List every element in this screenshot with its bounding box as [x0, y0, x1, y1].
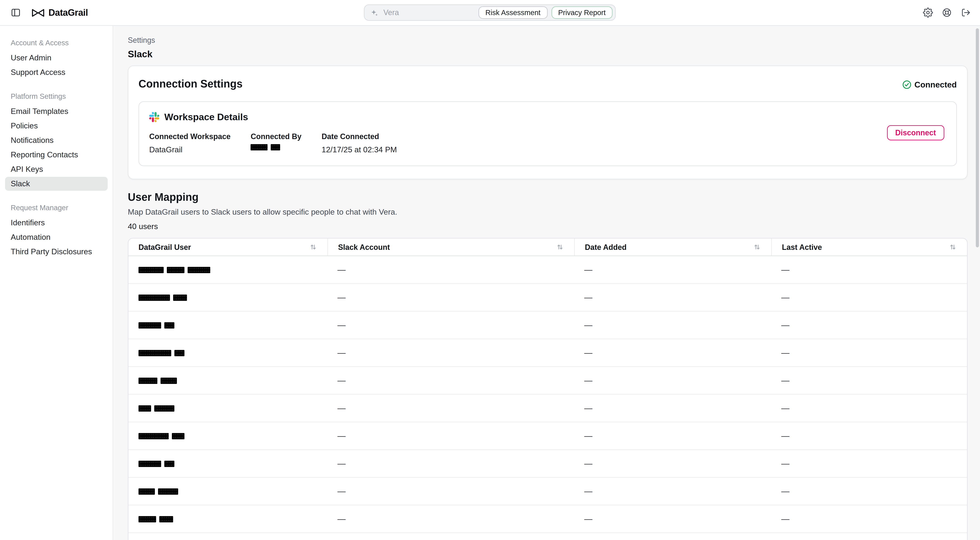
sidebar-item-policies[interactable]: Policies	[5, 119, 108, 133]
slack-logo-icon	[149, 112, 159, 122]
redacted-text	[138, 322, 174, 328]
sidebar-item-identifiers[interactable]: Identifiers	[5, 216, 108, 230]
sort-icon	[949, 243, 956, 251]
sidebar-item-automation[interactable]: Automation	[5, 230, 108, 244]
redacted-text	[251, 144, 280, 151]
cell-last-active: —	[771, 422, 967, 449]
sidebar-item-reporting-contacts[interactable]: Reporting Contacts	[5, 148, 108, 162]
cell-last-active: —	[771, 395, 967, 422]
cell-slack-account: —	[328, 533, 574, 540]
sidebar-item-support-access[interactable]: Support Access	[5, 65, 108, 79]
column-header-label: Slack Account	[338, 243, 390, 251]
table-row[interactable]: ———	[129, 533, 967, 540]
cell-datagrail-user	[129, 339, 328, 366]
redacted-text	[138, 405, 174, 411]
table-row[interactable]: ———	[129, 339, 967, 367]
table-row[interactable]: ———	[129, 478, 967, 505]
connection-settings-title: Connection Settings	[138, 78, 243, 91]
brand-logo[interactable]: DataGrail	[32, 8, 88, 17]
cell-slack-account: —	[328, 256, 574, 283]
cell-slack-account: —	[328, 478, 574, 505]
top-bar: DataGrail Risk Assessment Privacy Report	[0, 0, 980, 26]
redacted-text	[138, 377, 177, 384]
settings-gear-icon[interactable]	[921, 6, 935, 19]
redacted-text	[138, 488, 178, 494]
workspace-fields: Connected WorkspaceDataGrailConnected By…	[149, 132, 946, 156]
logout-icon[interactable]	[959, 6, 972, 19]
sort-icon	[557, 243, 563, 251]
cell-slack-account: —	[328, 311, 574, 338]
privacy-report-button[interactable]: Privacy Report	[551, 6, 612, 19]
sidebar-toggle-button[interactable]	[9, 6, 23, 19]
connection-settings-header: Connection Settings Connected	[138, 78, 957, 91]
cell-last-active: —	[771, 478, 967, 505]
field-value: 12/17/25 at 02:34 PM	[322, 144, 397, 156]
workspace-field-connected-workspace: Connected WorkspaceDataGrail	[149, 132, 231, 156]
table-row[interactable]: ———	[129, 505, 967, 533]
field-value: DataGrail	[149, 144, 231, 156]
cell-date-added: —	[574, 533, 771, 540]
cell-date-added: —	[574, 395, 771, 422]
topbar-right	[921, 0, 972, 25]
cell-last-active: —	[771, 505, 967, 532]
table-body: ————————————————————————————————————	[129, 256, 967, 540]
column-header-label: DataGrail User	[138, 243, 191, 251]
vera-input[interactable]	[382, 8, 475, 17]
connection-status-badge: Connected	[902, 80, 957, 89]
cell-slack-account: —	[328, 284, 574, 311]
datagrail-logo-icon	[32, 8, 45, 17]
sidebar-item-api-keys[interactable]: API Keys	[5, 162, 108, 176]
sidebar: Account & AccessUser AdminSupport Access…	[0, 26, 113, 540]
cell-datagrail-user	[129, 533, 328, 540]
cell-datagrail-user	[129, 284, 328, 311]
cell-slack-account: —	[328, 367, 574, 394]
workspace-field-connected-by: Connected By	[251, 132, 301, 156]
cell-last-active: —	[771, 367, 967, 394]
field-label: Connected Workspace	[149, 132, 231, 141]
table-row[interactable]: ———	[129, 395, 967, 422]
column-header-label: Date Added	[585, 243, 627, 251]
sidebar-item-third-party-disclosures[interactable]: Third Party Disclosures	[5, 245, 108, 259]
cell-datagrail-user	[129, 505, 328, 532]
redacted-text	[138, 516, 173, 522]
column-header-datagrail-user[interactable]: DataGrail User	[129, 238, 328, 256]
table-row[interactable]: ———	[129, 256, 967, 284]
redacted-text	[138, 294, 187, 301]
column-header-date-added[interactable]: Date Added	[574, 238, 771, 256]
user-mapping-section: User Mapping Map DataGrail users to Slac…	[128, 191, 967, 540]
risk-assessment-button[interactable]: Risk Assessment	[479, 6, 547, 19]
vera-toolbar: Risk Assessment Privacy Report	[364, 5, 616, 21]
app-window: DataGrail Risk Assessment Privacy Report…	[0, 0, 980, 540]
table-row[interactable]: ———	[129, 284, 967, 311]
vertical-scrollbar[interactable]	[975, 28, 979, 247]
table-row[interactable]: ———	[129, 367, 967, 395]
cell-last-active: —	[771, 533, 967, 540]
table-row[interactable]: ———	[129, 422, 967, 450]
user-mapping-table: DataGrail UserSlack AccountDate AddedLas…	[128, 238, 967, 540]
brand-name: DataGrail	[48, 8, 88, 17]
column-header-last-active[interactable]: Last Active	[771, 238, 967, 256]
field-label: Date Connected	[322, 132, 397, 141]
redacted-text	[138, 350, 185, 356]
sidebar-section-header: Platform Settings	[11, 92, 102, 100]
sidebar-item-slack[interactable]: Slack	[5, 177, 108, 191]
cell-datagrail-user	[129, 311, 328, 338]
table-row[interactable]: ———	[129, 311, 967, 339]
disconnect-button[interactable]: Disconnect	[887, 125, 944, 140]
column-header-label: Last Active	[782, 243, 822, 251]
help-icon[interactable]	[940, 6, 953, 19]
sidebar-item-email-templates[interactable]: Email Templates	[5, 105, 108, 118]
cell-last-active: —	[771, 311, 967, 338]
sidebar-section-header: Request Manager	[11, 204, 102, 211]
table-row[interactable]: ———	[129, 450, 967, 478]
column-header-slack-account[interactable]: Slack Account	[328, 238, 574, 256]
breadcrumb[interactable]: Settings	[128, 35, 967, 45]
cell-date-added: —	[574, 284, 771, 311]
cell-last-active: —	[771, 284, 967, 311]
sidebar-item-notifications[interactable]: Notifications	[5, 133, 108, 147]
sidebar-item-user-admin[interactable]: User Admin	[5, 51, 108, 65]
connection-settings-card: Connection Settings Connected Workspace …	[128, 65, 967, 179]
redacted-text	[138, 267, 210, 273]
connection-status-label: Connected	[915, 80, 957, 89]
cell-last-active: —	[771, 256, 967, 283]
